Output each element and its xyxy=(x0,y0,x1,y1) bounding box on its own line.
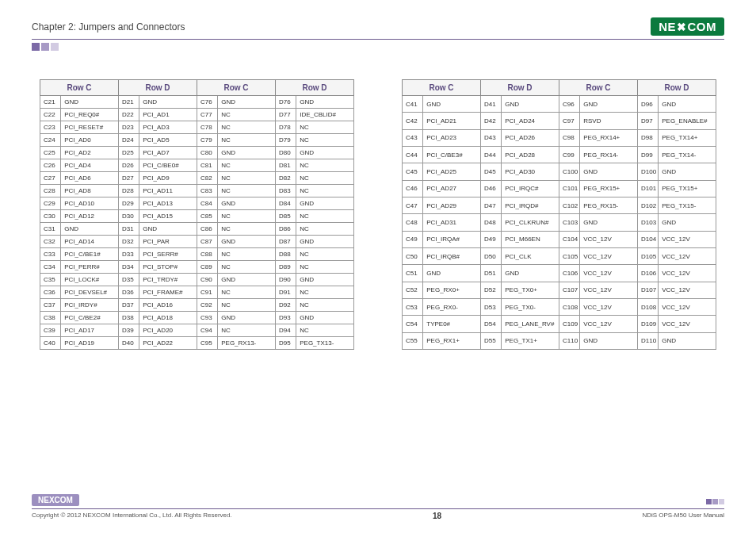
table-cell: D32 xyxy=(118,236,139,248)
table-cell: PCI_AD6 xyxy=(61,172,119,185)
table-cell: D35 xyxy=(118,274,139,286)
table-cell: D42 xyxy=(480,113,501,129)
table-row: C22PCI_REQ0#D22PCI_AD1C77NCD77IDE_CBLID# xyxy=(40,109,354,121)
table-cell: NC xyxy=(218,121,276,134)
table-cell: PCI_DEVSEL# xyxy=(61,286,119,299)
table-cell: C99 xyxy=(559,146,579,163)
table-cell: GND xyxy=(296,197,354,210)
table-cell: PCI_AD29 xyxy=(423,197,481,213)
table-cell: C76 xyxy=(197,96,217,109)
table-cell: NC xyxy=(296,223,354,236)
table-cell: C82 xyxy=(197,172,217,185)
table-cell: C107 xyxy=(559,282,579,298)
table-cell: GND xyxy=(659,163,716,180)
table-cell: C24 xyxy=(40,134,61,147)
col-header: Row C xyxy=(197,80,275,96)
table-cell: PCI_C/BE3# xyxy=(423,146,481,163)
logo-x-icon: ✖ xyxy=(677,21,687,33)
table-cell: D37 xyxy=(118,299,139,312)
table-cell: PCI_IRQB# xyxy=(423,247,481,264)
table-cell: D48 xyxy=(480,214,501,231)
table-cell: GND xyxy=(423,96,481,113)
table-cell: C100 xyxy=(559,163,579,180)
table-cell: C109 xyxy=(559,316,579,332)
table-cell: D85 xyxy=(275,210,296,223)
table-cell: D24 xyxy=(118,134,139,147)
table-cell: C79 xyxy=(197,134,217,147)
table-cell: PEG_LANE_RV# xyxy=(502,316,559,332)
table-cell: GND xyxy=(659,332,716,349)
table-cell: GND xyxy=(218,147,276,159)
table-cell: NC xyxy=(296,210,354,223)
table-cell: C35 xyxy=(40,274,61,286)
manual-name: NDiS OPS-M50 User Manual xyxy=(642,512,724,520)
table-cell: D78 xyxy=(275,121,296,134)
decorative-squares xyxy=(32,43,724,52)
table-cell: C91 xyxy=(197,286,217,299)
table-cell: C86 xyxy=(197,223,217,236)
table-cell: PCI_AD0 xyxy=(61,134,119,147)
table-cell: VCC_12V xyxy=(659,316,716,332)
square-icon xyxy=(712,499,718,504)
table-cell: C77 xyxy=(197,109,217,121)
table-cell: PCI_AD20 xyxy=(139,324,197,337)
table-cell: C26 xyxy=(40,159,61,172)
nexcom-logo: NE✖COM xyxy=(651,17,724,36)
table-cell: C48 xyxy=(403,214,423,231)
table-cell: C52 xyxy=(403,282,423,298)
table-cell: D46 xyxy=(480,180,501,197)
table-cell: NC xyxy=(296,248,354,261)
table-cell: GND xyxy=(218,312,276,324)
footer-logo: NEXCOM xyxy=(32,494,79,506)
table-cell: C51 xyxy=(403,265,423,282)
table-header: Row C Row D Row C Row D xyxy=(403,80,716,96)
table-cell: PCI_AD12 xyxy=(61,210,119,223)
table-cell: D40 xyxy=(118,337,139,350)
table-cell: PCI_CLK xyxy=(502,247,559,264)
table-row: C33PCI_C/BE1#D33PCI_SERR#C88NCD88NC xyxy=(40,248,354,261)
table-cell: C55 xyxy=(403,332,423,349)
table-cell: D103 xyxy=(637,214,658,231)
table-row: C31GNDD31GNDC86NCD86NC xyxy=(40,223,354,236)
table-cell: C23 xyxy=(40,121,61,134)
table-cell: PCI_C/BE2# xyxy=(61,312,119,324)
table-cell: D44 xyxy=(480,146,501,163)
table-cell: D28 xyxy=(118,185,139,197)
table-cell: VCC_12V xyxy=(659,282,716,298)
table-cell: C98 xyxy=(559,129,579,146)
table-cell: C49 xyxy=(403,231,423,247)
table-cell: PCI_REQ0# xyxy=(61,109,119,121)
table-cell: PCI_AD26 xyxy=(502,129,559,146)
table-cell: GND xyxy=(580,163,638,180)
table-row: C21GNDD21GNDC76GNDD76GND xyxy=(40,96,354,109)
table-row: C32PCI_AD14D32PCI_PARC87GNDD87GND xyxy=(40,236,354,248)
table-cell: D92 xyxy=(275,299,296,312)
table-cell: PCI_AD5 xyxy=(139,134,197,147)
table-cell: D89 xyxy=(275,261,296,274)
table-cell: D53 xyxy=(480,298,501,315)
table-cell: PCI_CLKRUN# xyxy=(502,214,559,231)
table-cell: D101 xyxy=(637,180,658,197)
table-cell: PEG_TX15+ xyxy=(659,180,716,197)
table-cell: D109 xyxy=(637,316,658,332)
table-cell: D96 xyxy=(637,96,658,113)
table-row: C49PCI_IRQA#D49PCI_M66ENC104VCC_12VD104V… xyxy=(403,231,716,247)
table-cell: D51 xyxy=(480,265,501,282)
table-cell: NC xyxy=(218,210,276,223)
table-cell: PEG_TX14+ xyxy=(659,129,716,146)
col-header: Row C xyxy=(40,80,119,96)
table-cell: D88 xyxy=(275,248,296,261)
square-icon xyxy=(41,43,49,51)
table-cell: PCI_AD3 xyxy=(139,121,197,134)
table-cell: PCI_AD16 xyxy=(139,299,197,312)
table-cell: VCC_12V xyxy=(580,247,638,264)
table-cell: C43 xyxy=(403,129,423,146)
table-cell: C29 xyxy=(40,197,61,210)
table-row: C34PCI_PERR#D34PCI_STOP#C89NCD89NC xyxy=(40,261,354,274)
table-cell: PCI_AD31 xyxy=(423,214,481,231)
table-cell: D77 xyxy=(275,109,296,121)
table-cell: NC xyxy=(218,223,276,236)
table-cell: PEG_RX15- xyxy=(580,197,638,213)
table-cell: NC xyxy=(218,109,276,121)
table-cell: D21 xyxy=(118,96,139,109)
